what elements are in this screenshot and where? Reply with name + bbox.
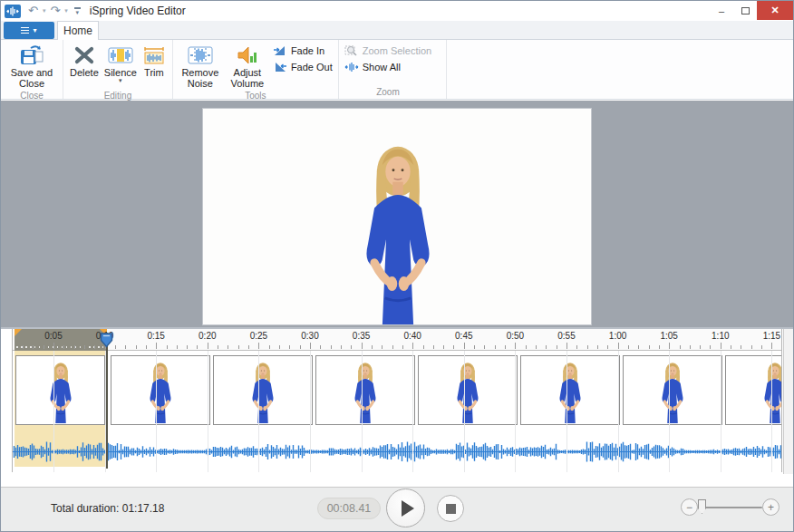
undo-button[interactable]: ↶	[26, 5, 40, 17]
ruler-tick	[412, 343, 413, 349]
redo-button[interactable]: ↷	[48, 5, 62, 17]
menu-caret-icon: ▾	[33, 26, 36, 34]
silence-icon	[108, 43, 133, 67]
video-thumbnail[interactable]	[15, 355, 105, 425]
ruler-tick	[464, 343, 465, 349]
customize-toolbar-button[interactable]: ▾	[74, 7, 81, 15]
current-time-display: 00:08.41	[317, 498, 381, 519]
app-icon	[5, 5, 21, 18]
time-ruler[interactable]: 0:050:100:150:200:250:300:350:400:450:50…	[13, 329, 782, 351]
ruler-tick	[269, 345, 270, 349]
video-thumbnail[interactable]	[213, 355, 313, 425]
adjust-volume-label: Adjust Volume	[227, 67, 268, 89]
zoom-out-button[interactable]: −	[681, 498, 698, 516]
ruler-tick	[228, 345, 228, 349]
close-button[interactable]: ✕	[757, 1, 793, 20]
ribbon-group-close: Save and Close Close	[1, 40, 63, 99]
ruler-tick	[761, 345, 762, 349]
zoom-selection-label: Zoom Selection	[363, 45, 431, 56]
play-button[interactable]	[386, 488, 425, 527]
save-and-close-button[interactable]: Save and Close	[5, 41, 59, 90]
fade-out-button[interactable]: Fade Out	[273, 61, 333, 73]
tab-home[interactable]: Home	[57, 21, 99, 40]
stop-button[interactable]	[437, 495, 464, 522]
ruler-tick	[618, 343, 619, 349]
gridline	[208, 351, 208, 472]
ruler-tick	[484, 345, 485, 349]
audio-waveform[interactable]	[13, 430, 782, 472]
ruler-tick	[382, 345, 382, 349]
ruler-tick	[258, 343, 259, 349]
gridline	[258, 351, 259, 472]
playhead-line[interactable]	[106, 333, 108, 469]
gridline	[515, 351, 516, 472]
remove-noise-label: Remove Noise	[179, 67, 221, 89]
video-thumbnail[interactable]	[418, 355, 518, 425]
ruler-tick	[638, 345, 639, 349]
adjust-volume-button[interactable]: Adjust Volume	[224, 41, 271, 90]
video-thumbnail[interactable]	[111, 355, 210, 425]
ruler-label: 0:25	[250, 331, 267, 341]
ruler-tick	[177, 345, 178, 349]
timeline-tracks[interactable]	[13, 351, 782, 472]
redo-dropdown-icon[interactable]: ▾	[63, 7, 69, 15]
zoom-slider-thumb[interactable]	[698, 499, 706, 514]
fade-in-label: Fade In	[291, 45, 324, 56]
video-thumbnail[interactable]	[315, 355, 415, 425]
ruler-tick	[526, 345, 527, 349]
trim-button[interactable]: Trim	[140, 41, 169, 90]
ruler-tick	[546, 345, 547, 349]
save-and-close-icon	[19, 43, 44, 67]
silence-button[interactable]: Silence ▾	[102, 41, 140, 90]
gridline	[566, 351, 567, 472]
status-bar: Total duration: 01:17.18 00:08.41 − +	[1, 487, 794, 532]
maximize-button[interactable]	[733, 1, 757, 20]
ruler-label: 0:50	[507, 331, 524, 341]
tab-row: ▾ Home	[1, 21, 793, 40]
undo-dropdown-icon[interactable]: ▾	[42, 7, 47, 15]
ruler-tick	[44, 345, 44, 349]
ruler-tick	[341, 345, 342, 349]
ruler-tick	[751, 345, 752, 349]
playhead-marker[interactable]	[100, 333, 113, 348]
ruler-tick	[669, 343, 670, 349]
remove-noise-button[interactable]: Remove Noise	[177, 41, 224, 90]
show-all-button[interactable]: Show All	[344, 61, 431, 73]
trim-label: Trim	[144, 67, 164, 78]
group-label-zoom: Zoom	[343, 86, 433, 99]
ruler-tick	[289, 345, 290, 349]
ribbon: Save and Close Close Delete	[1, 40, 793, 100]
video-thumbnail[interactable]	[725, 355, 782, 425]
window-title: iSpring Video Editor	[90, 5, 186, 17]
ruler-tick	[700, 345, 701, 349]
zoom-in-button[interactable]: +	[762, 498, 779, 516]
gridline	[721, 351, 721, 472]
fade-in-button[interactable]: Fade In	[273, 44, 333, 57]
ruler-label: 0:55	[557, 331, 575, 341]
show-all-label: Show All	[363, 62, 401, 73]
fade-in-icon	[273, 44, 287, 57]
ruler-tick	[146, 345, 147, 349]
fade-out-label: Fade Out	[291, 62, 333, 73]
timeline-viewport[interactable]: 0:050:100:150:200:250:300:350:400:450:50…	[12, 329, 782, 472]
video-thumbnail[interactable]	[520, 355, 620, 425]
gridline	[362, 351, 363, 472]
delete-button[interactable]: Delete	[67, 41, 102, 90]
gridline	[412, 351, 413, 472]
gridline	[156, 351, 157, 472]
video-thumbnail[interactable]	[623, 355, 722, 425]
ruler-tick	[453, 345, 454, 349]
app-menu-button[interactable]: ▾	[4, 22, 54, 39]
timeline: 0:050:100:150:200:250:300:350:400:450:50…	[1, 327, 794, 487]
ruler-label: 0:05	[44, 331, 62, 341]
ruler-tick	[187, 345, 188, 349]
ruler-tick	[362, 343, 363, 349]
ruler-label: 1:05	[660, 331, 677, 341]
ruler-tick	[587, 345, 588, 349]
zoom-slider-track[interactable]	[699, 507, 762, 508]
minimize-button[interactable]: –	[710, 1, 733, 20]
ruler-label: 1:15	[763, 331, 780, 341]
ruler-tick	[680, 345, 681, 349]
ruler-tick	[74, 345, 75, 349]
ruler-tick	[94, 345, 95, 349]
